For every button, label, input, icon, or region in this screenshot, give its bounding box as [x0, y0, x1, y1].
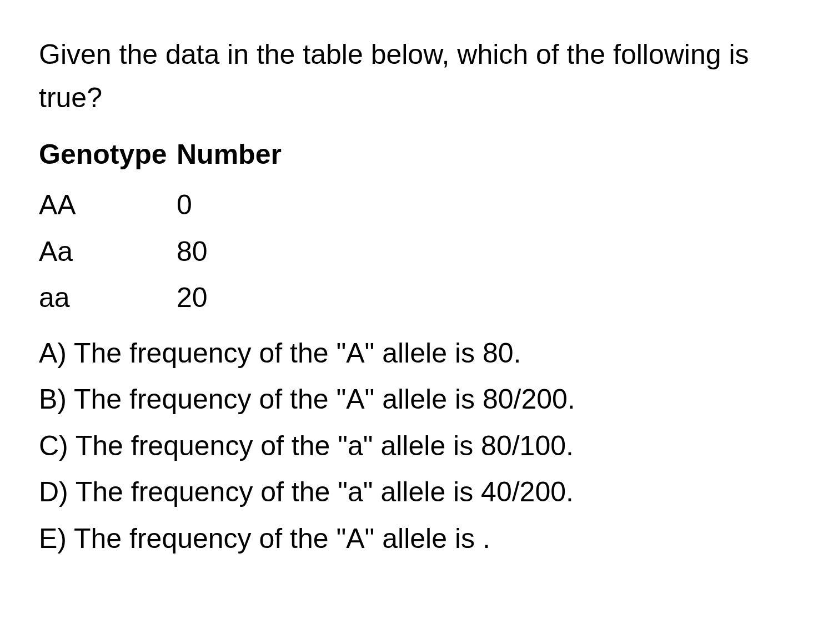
cell-genotype: Aa — [39, 230, 177, 274]
table-header-row: Genotype Number — [39, 135, 794, 174]
options-list: A) The frequency of the "A" allele is 80… — [39, 332, 794, 561]
cell-number: 80 — [177, 230, 794, 274]
cell-number: 20 — [177, 276, 794, 320]
option-c: C) The frequency of the "a" allele is 80… — [39, 425, 794, 468]
cell-genotype: AA — [39, 184, 177, 227]
table-header-number: Number — [177, 135, 794, 174]
option-e: E) The frequency of the "A" allele is . — [39, 517, 794, 561]
option-d: D) The frequency of the "a" allele is 40… — [39, 471, 794, 514]
table-header-genotype: Genotype — [39, 135, 177, 174]
question-prompt: Given the data in the table below, which… — [39, 33, 794, 119]
option-b: B) The frequency of the "A" allele is 80… — [39, 378, 794, 421]
table-row: Aa 80 — [39, 230, 794, 274]
option-a: A) The frequency of the "A" allele is 80… — [39, 332, 794, 375]
table-row: AA 0 — [39, 184, 794, 227]
table-row: aa 20 — [39, 276, 794, 320]
cell-genotype: aa — [39, 276, 177, 320]
cell-number: 0 — [177, 184, 794, 227]
